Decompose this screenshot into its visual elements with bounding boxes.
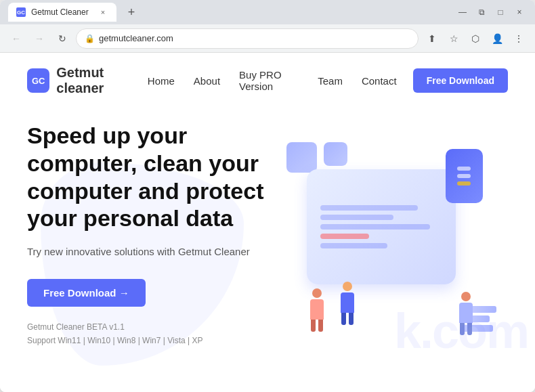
version-label: Getmut Cleaner BETA v1.1 xyxy=(27,320,268,334)
illus-box-1 xyxy=(286,142,317,173)
site-logo: GC Getmut cleaner xyxy=(27,65,148,96)
reload-button[interactable]: ↻ xyxy=(53,29,72,48)
browser-tab[interactable]: GC Getmut Cleaner × xyxy=(8,3,116,22)
minimize-button[interactable]: — xyxy=(455,5,470,20)
person-1 xyxy=(341,282,354,325)
hero-version-info: Getmut Cleaner BETA v1.1 Support Win11 |… xyxy=(27,320,268,348)
forward-button[interactable]: → xyxy=(30,29,49,48)
lock-icon: 🔒 xyxy=(85,34,95,43)
toolbar-actions: ⬆ ☆ ⬡ 👤 ⋮ xyxy=(423,29,528,48)
extensions-button[interactable]: ⬡ xyxy=(466,29,485,48)
illus-line-accent xyxy=(320,234,369,239)
window-controls: — ⧉ □ × xyxy=(455,5,527,20)
site-navbar: GC Getmut cleaner Home About Buy PRO Ver… xyxy=(0,53,535,108)
legs-1 xyxy=(341,313,354,325)
new-tab-button[interactable]: + xyxy=(122,3,141,22)
leg xyxy=(349,313,354,325)
nav-free-download-button[interactable]: Free Download xyxy=(413,68,508,93)
logo-text: Getmut cleaner xyxy=(56,65,148,96)
url-text: getmutcleaner.com xyxy=(99,33,410,43)
menu-button[interactable]: ⋮ xyxy=(509,29,528,48)
tab-title: Getmut Cleaner xyxy=(31,7,92,17)
browser-window: GC Getmut Cleaner × + — ⧉ □ × ← → ↻ 🔒 ge… xyxy=(0,0,535,392)
browser-toolbar: ← → ↻ 🔒 getmutcleaner.com ⬆ ☆ ⬡ 👤 ⋮ xyxy=(0,24,535,53)
nav-team[interactable]: Team xyxy=(318,75,343,87)
nav-buy-pro[interactable]: Buy PRO Version xyxy=(239,69,299,92)
illus-tablet xyxy=(307,169,456,284)
website-content: GC Getmut cleaner Home About Buy PRO Ver… xyxy=(0,53,535,392)
leg xyxy=(341,313,346,325)
illus-line xyxy=(320,205,418,211)
illus-line xyxy=(320,224,430,230)
hero-title: Speed up your computer, clean your compu… xyxy=(27,122,268,232)
bg-watermark: k.com xyxy=(394,303,528,359)
body-1 xyxy=(341,292,354,313)
head-2 xyxy=(312,288,322,298)
restore-button[interactable]: ⧉ xyxy=(474,5,489,20)
close-window-button[interactable]: × xyxy=(512,5,527,20)
leg xyxy=(318,320,323,332)
legs-2 xyxy=(311,320,323,332)
head-3 xyxy=(461,292,471,301)
illus-box-2 xyxy=(324,142,347,166)
body-2 xyxy=(310,299,324,320)
nav-links: Home About Buy PRO Version Team Contact xyxy=(148,69,397,92)
leg xyxy=(311,320,316,332)
server-bar xyxy=(457,174,471,178)
illus-lines xyxy=(307,192,456,262)
hero-subtitle: Try new innovative solutions with Getmut… xyxy=(27,244,268,260)
support-label: Support Win11 | Win10 | Win8 | Win7 | Vi… xyxy=(27,334,268,347)
tab-close-icon[interactable]: × xyxy=(98,7,108,18)
share-button[interactable]: ⬆ xyxy=(423,29,442,48)
profile-button[interactable]: 👤 xyxy=(488,29,507,48)
address-bar[interactable]: 🔒 getmutcleaner.com xyxy=(76,28,419,49)
nav-home[interactable]: Home xyxy=(148,75,175,87)
hero-download-button[interactable]: Free Download → xyxy=(27,279,146,307)
person-2 xyxy=(310,288,324,332)
tab-favicon: GC xyxy=(16,7,26,17)
back-button[interactable]: ← xyxy=(7,29,26,48)
maximize-button[interactable]: □ xyxy=(493,5,508,20)
server-bar xyxy=(457,181,471,186)
browser-titlebar: GC Getmut Cleaner × + — ⧉ □ × xyxy=(0,0,535,24)
head-1 xyxy=(343,282,352,291)
hero-section: Speed up your computer, clean your compu… xyxy=(0,108,535,366)
figure-2 xyxy=(310,288,324,332)
logo-icon: GC xyxy=(27,68,49,93)
figure-1 xyxy=(341,282,354,325)
nav-about[interactable]: About xyxy=(194,75,220,87)
nav-contact[interactable]: Contact xyxy=(362,75,397,87)
illus-server xyxy=(446,149,483,203)
server-bar xyxy=(457,167,471,171)
illus-line xyxy=(320,243,387,248)
hero-left: Speed up your computer, clean your compu… xyxy=(27,122,268,366)
bookmark-button[interactable]: ☆ xyxy=(444,29,463,48)
illus-line xyxy=(320,215,393,220)
